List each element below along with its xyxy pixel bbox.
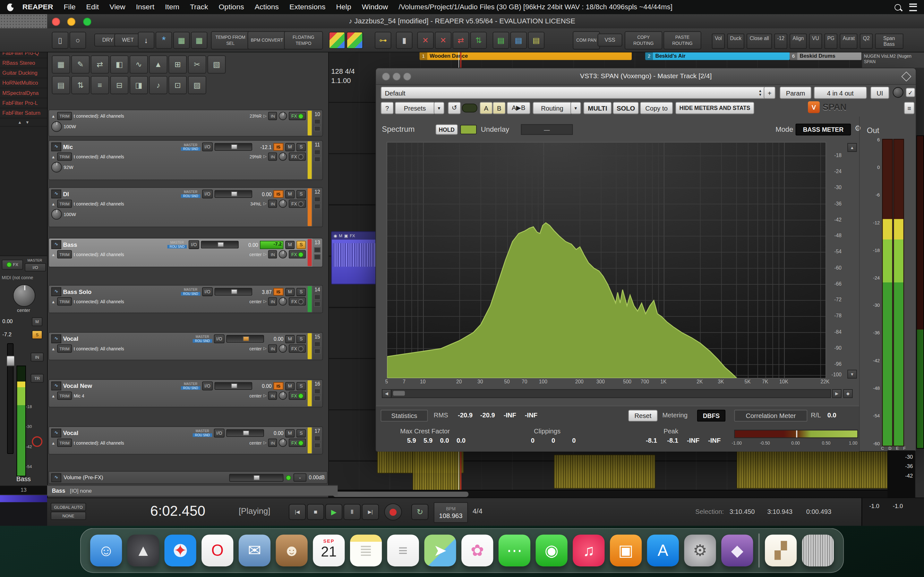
record-arm-icon[interactable] <box>32 436 42 447</box>
a-button[interactable]: A <box>480 102 493 114</box>
fx-scroll-down-icon[interactable]: ▼ <box>25 120 29 124</box>
go-to-start-button[interactable]: |◀ <box>289 504 306 520</box>
color-palette-icon[interactable] <box>329 32 345 49</box>
master-pan-knob[interactable] <box>13 284 35 307</box>
dock-icon-divider[interactable] <box>758 533 760 568</box>
width-knob[interactable] <box>51 162 62 172</box>
arrange-waveform[interactable] <box>737 451 896 489</box>
menu-item-track[interactable]: Track <box>184 3 213 11</box>
channel-route-icon[interactable]: ▤ <box>493 32 509 49</box>
routing-cut-icon[interactable]: ✕ <box>417 32 433 49</box>
input-button[interactable]: IN <box>268 392 277 400</box>
track-name[interactable]: Vocal <box>63 430 191 436</box>
trim-button[interactable]: TRIM <box>57 298 72 306</box>
item-fx-icon[interactable]: FX <box>350 234 355 238</box>
track-name[interactable]: Mic <box>63 143 179 150</box>
global-auto-button[interactable]: GLOBAL AUTO <box>51 503 86 511</box>
monitor-icon[interactable]: ▷ <box>263 201 267 206</box>
copy-to-button[interactable]: Copy to <box>640 102 673 114</box>
trim-button[interactable]: TRIM <box>57 438 72 447</box>
track-solo-button[interactable]: S <box>296 335 306 343</box>
master-fader[interactable] <box>7 343 13 454</box>
track-mute-button[interactable]: M <box>285 429 294 437</box>
mode-value-button[interactable]: BASS METER <box>796 124 851 135</box>
envelope-icon[interactable]: ▲ <box>51 201 55 206</box>
arrange-waveform[interactable] <box>413 451 461 495</box>
toolbar-button-span-bass[interactable]: Span Bass <box>875 34 903 49</box>
menu-hamburger-icon[interactable]: ≡ <box>904 102 915 114</box>
search-zoom-icon[interactable]: ○ <box>69 32 86 49</box>
track-solo-button[interactable]: S <box>296 287 306 296</box>
download-arrow-icon[interactable]: ↓ <box>138 32 154 49</box>
arrange-hscrollbar[interactable] <box>328 490 924 498</box>
scale-up-icon[interactable]: ▲ <box>847 143 857 152</box>
dock-icon-notes[interactable]: ≣ <box>350 535 382 566</box>
b-button[interactable]: B <box>493 102 506 114</box>
pan-knob[interactable] <box>279 200 288 208</box>
tcp-tool-icon[interactable]: ⇄ <box>91 55 109 74</box>
track-volume-fader[interactable] <box>215 288 252 295</box>
item-lock-icon[interactable]: ◉ <box>334 234 337 238</box>
span-titlebar[interactable]: VST3: SPAN (Voxengo) - Master Track [2/4… <box>376 68 916 85</box>
undo-icon[interactable]: ↺ <box>448 102 461 114</box>
envelope-icon[interactable]: ▲ <box>51 114 55 118</box>
presets-dropdown-icon[interactable]: ▼ <box>434 102 444 114</box>
go-to-end-button[interactable]: ▶| <box>362 504 379 520</box>
monitor-icon[interactable]: ▷ <box>263 346 267 351</box>
track-solo-button[interactable]: S <box>296 240 306 249</box>
trim-button[interactable]: TRIM <box>57 392 72 400</box>
pan-knob[interactable] <box>279 438 288 447</box>
master-trim-button[interactable]: TR <box>31 374 44 383</box>
menu-item-actions[interactable]: Actions <box>249 3 284 11</box>
fx-slot-hornetmultico[interactable]: HoRNetMultico <box>0 78 47 88</box>
envelope-icon[interactable]: ▲ <box>51 155 55 159</box>
routing-dropdown-icon[interactable]: ▼ <box>570 102 581 114</box>
track-volume-fader[interactable] <box>215 143 252 151</box>
track-fx-button[interactable]: FX <box>289 392 306 400</box>
toolbar-button--12[interactable]: -12 <box>774 34 787 49</box>
tcp-tool-icon[interactable]: ▨ <box>188 76 206 94</box>
track-io-button[interactable]: I/O <box>214 334 225 343</box>
track-input-badge[interactable]: IS <box>273 190 283 198</box>
pan-knob[interactable] <box>279 153 288 161</box>
monitor-icon[interactable]: ▷ <box>263 393 267 398</box>
item-props-icon[interactable]: ▣ <box>344 234 348 238</box>
help-button[interactable]: ? <box>381 102 394 114</box>
wet-knob[interactable] <box>893 87 903 98</box>
dock-icon-contacts[interactable]: ☻ <box>276 535 308 566</box>
track-panel-10[interactable]: ∿ MASTERROU SND I/O IS M S ▲ TRIM t conn… <box>48 110 323 137</box>
tcp-tool-icon[interactable]: ◨ <box>129 76 148 94</box>
track-fx-button[interactable]: FX <box>289 344 306 353</box>
menu-item-item[interactable]: Item <box>160 3 185 11</box>
dock-icon-opera[interactable]: O <box>202 535 233 566</box>
tcp-tool-icon[interactable]: ♪ <box>149 76 168 94</box>
input-button[interactable]: IN <box>268 112 277 120</box>
hide-meters-button[interactable]: HIDE METERS AND STATS <box>675 102 754 114</box>
fx-slot-fabfilter-pro-l[interactable]: FabFilter Pro-L <box>0 98 47 108</box>
toolbar-button-close-all[interactable]: Close all <box>747 34 772 49</box>
track-mute-button[interactable]: M <box>285 240 294 249</box>
dock-icon-app-store[interactable]: A <box>647 535 679 566</box>
solo-button[interactable]: SOLO <box>613 102 639 114</box>
track-panel-17[interactable]: ∿ Vocal MASTERROU SND I/O 0.00 IS M S ▲ … <box>48 426 323 455</box>
multi-button[interactable]: MULTI <box>583 102 612 114</box>
dock-icon-facetime[interactable]: ◉ <box>536 535 567 566</box>
floating-tempo-button[interactable]: FLOATING TEMPO <box>284 31 323 49</box>
track-panel-14[interactable]: ∿ Bass Solo MASTERROU SND I/O 3.87 IS M … <box>48 285 323 313</box>
freeze-icon[interactable]: * <box>156 32 172 49</box>
track-input-badge[interactable]: IS <box>273 382 283 390</box>
time-signature[interactable]: 4/4 <box>473 507 483 515</box>
track-io-button[interactable]: I/O <box>214 429 225 438</box>
vss-button[interactable]: VSS <box>598 34 622 47</box>
dock-icon-launchpad[interactable]: ▲ <box>128 535 159 566</box>
input-button[interactable]: IN <box>268 344 277 353</box>
track-volume-fader[interactable] <box>201 241 239 248</box>
fx-slot-fabfilter-saturn[interactable]: FabFilter Saturn <box>0 108 47 118</box>
menu-item-extensions[interactable]: Extensions <box>284 3 331 11</box>
track-panel-15[interactable]: ∿ Vocal MASTERROU SND I/O 0.00 IS M S ▲ … <box>48 332 323 360</box>
scrollbar-handle[interactable] <box>333 492 468 497</box>
bpm-box[interactable]: BPM 108.963 <box>434 502 468 523</box>
spectrum-graph[interactable] <box>387 142 826 379</box>
graph-scroll-handle[interactable] <box>393 391 405 396</box>
track-io-button[interactable]: I/O <box>202 382 213 390</box>
